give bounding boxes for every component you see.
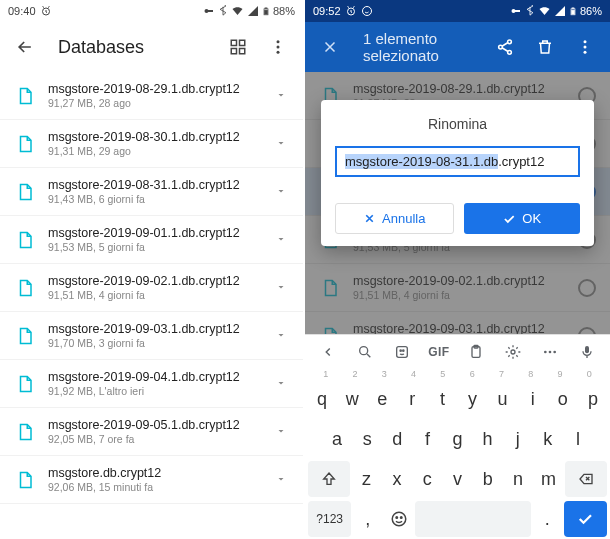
app-bar: Databases: [0, 22, 303, 72]
period-key[interactable]: .: [533, 501, 562, 537]
file-row[interactable]: msgstore-2019-09-01.1.db.crypt12 91,53 M…: [0, 216, 303, 264]
key-j[interactable]: j: [504, 421, 532, 457]
svg-point-35: [554, 351, 557, 354]
key-v[interactable]: v: [443, 461, 471, 497]
key-t[interactable]: t: [428, 381, 456, 417]
svg-point-15: [511, 9, 515, 13]
num-hint: 6: [457, 369, 486, 379]
kb-clipboard-button[interactable]: [460, 344, 493, 360]
file-row[interactable]: msgstore-2019-08-30.1.db.crypt12 91,31 M…: [0, 120, 303, 168]
svg-point-28: [400, 350, 401, 351]
svg-point-25: [584, 51, 587, 54]
kb-mic-button[interactable]: [571, 344, 604, 360]
file-row[interactable]: msgstore-2019-08-31.1.db.crypt12 91,43 M…: [0, 168, 303, 216]
kb-more-button[interactable]: [534, 344, 567, 360]
key-w[interactable]: w: [338, 381, 366, 417]
back-button[interactable]: [14, 36, 36, 58]
chevron-down-icon[interactable]: [275, 473, 289, 487]
key-y[interactable]: y: [458, 381, 486, 417]
file-name: msgstore.db.crypt12: [48, 466, 261, 480]
key-k[interactable]: k: [534, 421, 562, 457]
alarm-icon: [40, 5, 52, 17]
backspace-key[interactable]: [565, 461, 607, 497]
view-grid-button[interactable]: [227, 36, 249, 58]
key-h[interactable]: h: [474, 421, 502, 457]
file-row[interactable]: msgstore-2019-09-03.1.db.crypt12 91,70 M…: [0, 312, 303, 360]
shift-key[interactable]: [308, 461, 350, 497]
more-button[interactable]: [574, 36, 596, 58]
svg-rect-36: [585, 346, 589, 353]
kb-sticker-button[interactable]: [385, 344, 418, 360]
share-icon: [496, 38, 514, 56]
bluetooth-icon: [218, 5, 228, 17]
file-meta: 91,51 MB, 4 giorni fa: [48, 289, 261, 301]
key-e[interactable]: e: [368, 381, 396, 417]
key-s[interactable]: s: [353, 421, 381, 457]
key-c[interactable]: c: [413, 461, 441, 497]
key-f[interactable]: f: [413, 421, 441, 457]
key-l[interactable]: l: [564, 421, 592, 457]
key-b[interactable]: b: [474, 461, 502, 497]
key-i[interactable]: i: [519, 381, 547, 417]
chevron-down-icon[interactable]: [275, 185, 289, 199]
file-row[interactable]: msgstore-2019-08-29.1.db.crypt12 91,27 M…: [0, 72, 303, 120]
num-hint: 8: [516, 369, 545, 379]
key-x[interactable]: x: [383, 461, 411, 497]
svg-point-39: [400, 517, 402, 519]
key-g[interactable]: g: [443, 421, 471, 457]
emoji-key[interactable]: [384, 501, 413, 537]
delete-button[interactable]: [534, 36, 556, 58]
chevron-down-icon[interactable]: [275, 281, 289, 295]
svg-point-1: [204, 9, 208, 13]
num-hint: 4: [399, 369, 428, 379]
key-p[interactable]: p: [579, 381, 607, 417]
page-title: Databases: [58, 37, 205, 58]
key-d[interactable]: d: [383, 421, 411, 457]
file-name: msgstore-2019-09-04.1.db.crypt12: [48, 370, 261, 384]
cancel-button[interactable]: Annulla: [335, 203, 454, 234]
selection-title: 1 elemento selezionato: [363, 30, 472, 64]
key-r[interactable]: r: [398, 381, 426, 417]
kb-gif-button[interactable]: GIF: [422, 345, 455, 359]
chevron-down-icon[interactable]: [275, 425, 289, 439]
svg-rect-7: [240, 40, 245, 45]
share-button[interactable]: [494, 36, 516, 58]
enter-key[interactable]: [564, 501, 607, 537]
kb-collapse-button[interactable]: [311, 345, 344, 359]
ok-button[interactable]: OK: [464, 203, 581, 234]
chevron-down-icon[interactable]: [275, 377, 289, 391]
key-q[interactable]: q: [308, 381, 336, 417]
chevron-down-icon[interactable]: [275, 233, 289, 247]
signal-icon: [554, 5, 566, 17]
key-a[interactable]: a: [323, 421, 351, 457]
key-m[interactable]: m: [534, 461, 562, 497]
key-o[interactable]: o: [549, 381, 577, 417]
file-row[interactable]: msgstore-2019-09-05.1.db.crypt12 92,05 M…: [0, 408, 303, 456]
space-key[interactable]: [415, 501, 531, 537]
symbols-key[interactable]: ?123: [308, 501, 351, 537]
close-selection-button[interactable]: [319, 36, 341, 58]
status-time: 09:52: [313, 5, 341, 17]
status-bar: 09:52 86%: [305, 0, 610, 22]
file-row[interactable]: msgstore-2019-09-04.1.db.crypt12 91,92 M…: [0, 360, 303, 408]
key-z[interactable]: z: [352, 461, 380, 497]
file-icon: [16, 373, 34, 395]
backspace-icon: [576, 471, 596, 487]
chevron-down-icon[interactable]: [275, 89, 289, 103]
kb-settings-button[interactable]: [497, 344, 530, 360]
key-n[interactable]: n: [504, 461, 532, 497]
kb-search-button[interactable]: [348, 344, 381, 360]
file-name: msgstore-2019-08-31.1.db.crypt12: [48, 178, 261, 192]
file-row[interactable]: msgstore.db.crypt12 92,06 MB, 15 minuti …: [0, 456, 303, 504]
more-button[interactable]: [267, 36, 289, 58]
close-icon: [363, 212, 376, 225]
chevron-down-icon[interactable]: [275, 137, 289, 151]
bluetooth-icon: [525, 5, 535, 17]
chevron-down-icon[interactable]: [275, 329, 289, 343]
file-icon: [16, 277, 34, 299]
key-u[interactable]: u: [489, 381, 517, 417]
file-icon: [16, 325, 34, 347]
comma-key[interactable]: ,: [353, 501, 382, 537]
rename-input[interactable]: msgstore-2019-08-31.1.db.crypt12: [335, 146, 580, 177]
file-row[interactable]: msgstore-2019-09-02.1.db.crypt12 91,51 M…: [0, 264, 303, 312]
